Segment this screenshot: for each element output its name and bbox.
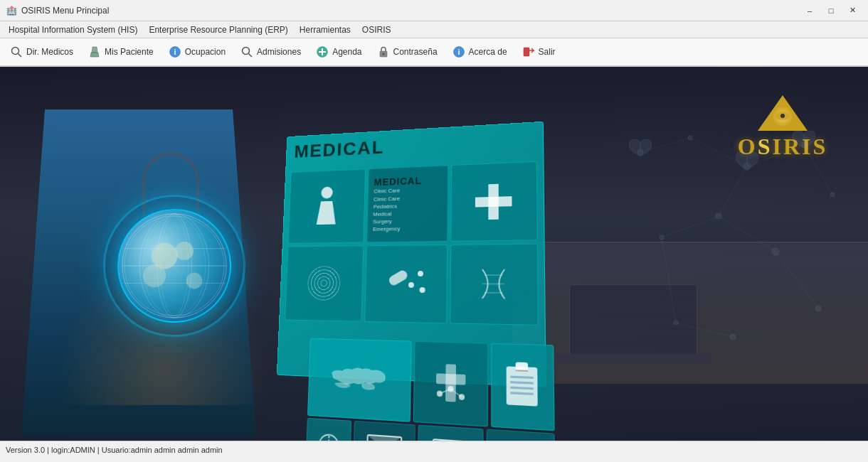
monitor-cell [418, 425, 483, 441]
person-head [321, 186, 333, 198]
cell-line-1: Clinic Care [374, 187, 401, 195]
svg-rect-46 [436, 373, 465, 385]
mail-flap [368, 436, 401, 441]
tools-cell [486, 429, 555, 441]
app-icon: 🏥 [6, 5, 17, 16]
dir-medicos-label: Dir. Medicos [26, 47, 73, 57]
menu-bar: Hospital Information System (HIS) Enterp… [0, 21, 868, 38]
acerca-de-button[interactable]: i Acerca de [445, 42, 514, 62]
salir-button[interactable]: Salir [515, 42, 562, 62]
svg-line-36 [662, 216, 719, 237]
molecule-dot2 [408, 282, 414, 288]
clip-line-2 [511, 381, 534, 385]
mis-paciente-button[interactable]: Mis Paciente [81, 42, 160, 62]
clipboard-cell [491, 343, 554, 431]
svg-point-47 [436, 390, 442, 397]
mail-cell [353, 421, 416, 441]
patient-icon [88, 45, 102, 59]
svg-line-35 [719, 166, 747, 216]
menu-osiris[interactable]: OSIRIS [356, 23, 397, 36]
clip-line-3 [511, 387, 534, 390]
menu-herramientas[interactable]: Herramientas [294, 23, 356, 36]
title-bar-left: 🏥 OSIRIS Menu Principal [6, 5, 109, 16]
molecule-icon [385, 269, 427, 298]
svg-point-49 [458, 394, 464, 400]
window-title: OSIRIS Menu Principal [21, 6, 109, 16]
cell-line-6: Emergency [373, 225, 401, 233]
pill-shape [388, 269, 409, 287]
person-body [317, 201, 337, 225]
person-icon [313, 186, 340, 227]
clip-line-1 [511, 376, 534, 380]
svg-line-38 [776, 252, 818, 308]
medical-hero-label: MEDICAL [294, 136, 385, 162]
svg-line-34 [804, 145, 832, 195]
grid-cells: MEDICAL Clinic Care Clinic Care Pediatri… [285, 161, 539, 326]
ocupacion-label: Ocupacion [185, 47, 226, 57]
network-svg [605, 109, 854, 394]
svg-text:i: i [174, 48, 176, 56]
svg-rect-13 [524, 48, 529, 56]
acerca-de-label: Acerca de [469, 47, 507, 57]
molecule-dot1 [418, 271, 423, 276]
world-map-svg [328, 358, 391, 401]
admisiones-button[interactable]: Admisiones [233, 42, 307, 62]
menu-his[interactable]: Hospital Information System (HIS) [3, 23, 143, 36]
svg-line-5 [249, 54, 253, 58]
cell-placeholder [450, 243, 539, 325]
dir-medicos-button[interactable]: Dir. Medicos [3, 42, 80, 62]
globe-container [117, 209, 231, 323]
salir-label: Salir [539, 47, 556, 57]
title-bar: 🏥 OSIRIS Menu Principal – □ ✕ [0, 0, 868, 21]
bottom-panels [307, 338, 555, 431]
ocupacion-button[interactable]: i Ocupacion [162, 42, 232, 62]
cross-vertical [488, 184, 498, 220]
monitor-icon [432, 439, 468, 441]
cell-description: Clinic Care Clinic Care Pediatrics Medic… [373, 187, 401, 233]
svg-point-10 [382, 53, 384, 55]
admisiones-label: Admisiones [257, 47, 301, 57]
main-content: OSIRIS [0, 67, 868, 441]
close-button[interactable]: ✕ [842, 3, 862, 18]
contrasena-button[interactable]: Contraseña [370, 42, 444, 62]
mail-icon [366, 434, 402, 441]
info-circle-icon: i [168, 45, 182, 59]
svg-line-1 [18, 54, 22, 58]
status-bar: Version 3.0 | login:ADMIN | Usuario:admi… [0, 441, 868, 458]
timer-svg [316, 431, 340, 441]
lock-icon [376, 45, 391, 59]
info-icon: i [452, 45, 466, 59]
maximize-button[interactable]: □ [821, 3, 841, 18]
cell-fingerprint [285, 245, 364, 321]
timer-cell [305, 418, 351, 441]
cross-icon [475, 183, 512, 220]
clipboard-icon [507, 366, 538, 406]
toolbar: Dir. Medicos Mis Paciente i Ocupacion Ad… [0, 38, 868, 67]
admisiones-search-icon [240, 45, 254, 59]
clipboard-lines [507, 366, 538, 402]
contrasena-label: Contraseña [393, 47, 438, 57]
clip-line-4 [511, 392, 534, 395]
cell-medical-text: MEDICAL Clinic Care Clinic Care Pediatri… [366, 165, 448, 242]
svg-text:i: i [457, 48, 460, 56]
fingerprint-icon [307, 266, 341, 300]
cell-cross [450, 161, 538, 242]
menu-erp[interactable]: Enterprise Resource Planning (ERP) [143, 23, 293, 36]
cell-line-5: Surgery [373, 217, 401, 226]
dna-icon [475, 266, 512, 303]
ui-panels: MEDICAL MEDICAL Clinic Care Clinic Care … [275, 119, 579, 436]
svg-line-37 [719, 216, 776, 252]
agenda-label: Agenda [332, 47, 361, 57]
molecule-dot3 [420, 287, 425, 293]
agenda-button[interactable]: Agenda [309, 42, 368, 62]
dna-cell [413, 341, 488, 427]
medical-cross-svg [432, 360, 469, 407]
cell-person [288, 168, 366, 243]
exit-icon [522, 45, 536, 59]
window-controls: – □ ✕ [800, 3, 862, 18]
cell-molecule [364, 245, 448, 323]
status-text: Version 3.0 | login:ADMIN | Usuario:admi… [6, 446, 223, 454]
minimize-button[interactable]: – [800, 3, 820, 18]
plus-icon [315, 45, 329, 59]
cell-line-3: Pediatrics [374, 203, 401, 211]
